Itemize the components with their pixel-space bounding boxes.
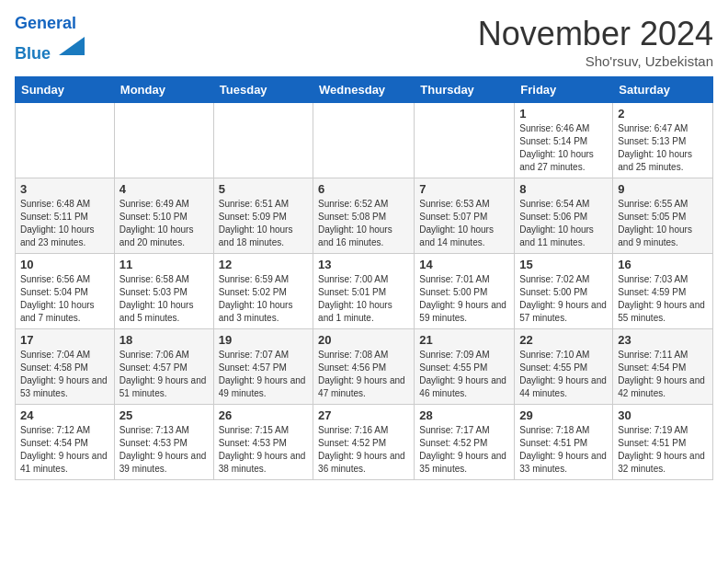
- day-number: 27: [318, 408, 409, 422]
- page-header: General Blue November 2024 Sho'rsuv, Uzb…: [15, 15, 713, 69]
- day-info: Sunrise: 7:00 AM Sunset: 5:01 PM Dayligh…: [318, 273, 409, 325]
- calendar-cell: 23Sunrise: 7:11 AM Sunset: 4:54 PM Dayli…: [613, 329, 713, 405]
- day-number: 29: [519, 408, 608, 422]
- day-number: 10: [20, 258, 109, 271]
- calendar-cell: 26Sunrise: 7:15 AM Sunset: 4:53 PM Dayli…: [213, 405, 313, 480]
- day-number: 13: [318, 258, 409, 271]
- logo-icon: [59, 33, 85, 59]
- calendar-cell: 12Sunrise: 6:59 AM Sunset: 5:02 PM Dayli…: [213, 254, 313, 329]
- col-header-sunday: Sunday: [16, 77, 115, 103]
- calendar-week-0: 1Sunrise: 6:46 AM Sunset: 5:14 PM Daylig…: [16, 103, 713, 178]
- calendar-table: SundayMondayTuesdayWednesdayThursdayFrid…: [15, 76, 713, 480]
- calendar-week-2: 10Sunrise: 6:56 AM Sunset: 5:04 PM Dayli…: [16, 254, 713, 329]
- day-info: Sunrise: 6:49 AM Sunset: 5:10 PM Dayligh…: [119, 198, 209, 249]
- calendar-cell: 6Sunrise: 6:52 AM Sunset: 5:08 PM Daylig…: [313, 178, 415, 254]
- calendar-cell: 7Sunrise: 6:53 AM Sunset: 5:07 PM Daylig…: [415, 178, 515, 254]
- day-info: Sunrise: 7:09 AM Sunset: 4:55 PM Dayligh…: [419, 349, 509, 400]
- day-number: 4: [119, 182, 209, 196]
- day-number: 22: [519, 333, 608, 347]
- calendar-cell: [313, 103, 415, 178]
- day-info: Sunrise: 7:19 AM Sunset: 4:51 PM Dayligh…: [618, 424, 708, 476]
- calendar-cell: 19Sunrise: 7:07 AM Sunset: 4:57 PM Dayli…: [213, 329, 313, 405]
- day-info: Sunrise: 7:02 AM Sunset: 5:00 PM Dayligh…: [519, 273, 608, 325]
- day-number: 8: [519, 182, 608, 196]
- calendar-cell: 11Sunrise: 6:58 AM Sunset: 5:03 PM Dayli…: [114, 254, 213, 329]
- day-number: 2: [618, 107, 708, 121]
- day-info: Sunrise: 6:51 AM Sunset: 5:09 PM Dayligh…: [219, 198, 308, 249]
- day-info: Sunrise: 7:03 AM Sunset: 4:59 PM Dayligh…: [618, 273, 708, 325]
- calendar-cell: 24Sunrise: 7:12 AM Sunset: 4:54 PM Dayli…: [16, 405, 115, 480]
- day-info: Sunrise: 7:13 AM Sunset: 4:53 PM Dayligh…: [119, 424, 209, 476]
- day-info: Sunrise: 7:01 AM Sunset: 5:00 PM Dayligh…: [419, 273, 509, 325]
- calendar-week-1: 3Sunrise: 6:48 AM Sunset: 5:11 PM Daylig…: [16, 178, 713, 254]
- calendar-cell: [213, 103, 313, 178]
- day-info: Sunrise: 7:18 AM Sunset: 4:51 PM Dayligh…: [519, 424, 608, 476]
- day-number: 18: [119, 333, 209, 347]
- calendar-cell: 9Sunrise: 6:55 AM Sunset: 5:05 PM Daylig…: [613, 178, 713, 254]
- day-number: 5: [219, 182, 308, 196]
- calendar-week-4: 24Sunrise: 7:12 AM Sunset: 4:54 PM Dayli…: [16, 405, 713, 480]
- day-info: Sunrise: 7:04 AM Sunset: 4:58 PM Dayligh…: [20, 349, 109, 400]
- day-info: Sunrise: 6:59 AM Sunset: 5:02 PM Dayligh…: [219, 273, 308, 325]
- day-info: Sunrise: 6:55 AM Sunset: 5:05 PM Dayligh…: [618, 198, 708, 249]
- day-number: 24: [20, 408, 109, 422]
- logo-general: General: [15, 14, 76, 32]
- location: Sho'rsuv, Uzbekistan: [478, 53, 713, 69]
- day-number: 15: [519, 258, 608, 271]
- day-info: Sunrise: 7:16 AM Sunset: 4:52 PM Dayligh…: [318, 424, 409, 476]
- day-number: 26: [219, 408, 308, 422]
- day-info: Sunrise: 6:52 AM Sunset: 5:08 PM Dayligh…: [318, 198, 409, 249]
- day-number: 11: [119, 258, 209, 271]
- calendar-cell: 5Sunrise: 6:51 AM Sunset: 5:09 PM Daylig…: [213, 178, 313, 254]
- day-info: Sunrise: 7:17 AM Sunset: 4:52 PM Dayligh…: [419, 424, 509, 476]
- calendar-cell: 3Sunrise: 6:48 AM Sunset: 5:11 PM Daylig…: [16, 178, 115, 254]
- day-number: 12: [219, 258, 308, 271]
- day-info: Sunrise: 6:53 AM Sunset: 5:07 PM Dayligh…: [419, 198, 509, 249]
- calendar-cell: 30Sunrise: 7:19 AM Sunset: 4:51 PM Dayli…: [613, 405, 713, 480]
- day-info: Sunrise: 7:12 AM Sunset: 4:54 PM Dayligh…: [20, 424, 109, 476]
- day-number: 23: [618, 333, 708, 347]
- calendar-cell: [16, 103, 115, 178]
- calendar-cell: 27Sunrise: 7:16 AM Sunset: 4:52 PM Dayli…: [313, 405, 415, 480]
- col-header-saturday: Saturday: [613, 77, 713, 103]
- calendar-cell: 16Sunrise: 7:03 AM Sunset: 4:59 PM Dayli…: [613, 254, 713, 329]
- day-info: Sunrise: 7:10 AM Sunset: 4:55 PM Dayligh…: [519, 349, 608, 400]
- day-info: Sunrise: 7:11 AM Sunset: 4:54 PM Dayligh…: [618, 349, 708, 400]
- day-number: 25: [119, 408, 209, 422]
- day-number: 19: [219, 333, 308, 347]
- day-number: 1: [519, 107, 608, 121]
- day-number: 17: [20, 333, 109, 347]
- calendar-cell: 4Sunrise: 6:49 AM Sunset: 5:10 PM Daylig…: [114, 178, 213, 254]
- day-info: Sunrise: 6:54 AM Sunset: 5:06 PM Dayligh…: [519, 198, 608, 249]
- day-info: Sunrise: 7:08 AM Sunset: 4:56 PM Dayligh…: [318, 349, 409, 400]
- day-number: 30: [618, 408, 708, 422]
- title-block: November 2024 Sho'rsuv, Uzbekistan: [478, 15, 713, 69]
- day-number: 6: [318, 182, 409, 196]
- day-number: 16: [618, 258, 708, 271]
- calendar-body: 1Sunrise: 6:46 AM Sunset: 5:14 PM Daylig…: [16, 103, 713, 480]
- day-info: Sunrise: 7:07 AM Sunset: 4:57 PM Dayligh…: [219, 349, 308, 400]
- day-info: Sunrise: 6:48 AM Sunset: 5:11 PM Dayligh…: [20, 198, 109, 249]
- calendar-cell: 13Sunrise: 7:00 AM Sunset: 5:01 PM Dayli…: [313, 254, 415, 329]
- calendar-cell: 25Sunrise: 7:13 AM Sunset: 4:53 PM Dayli…: [114, 405, 213, 480]
- calendar-cell: 29Sunrise: 7:18 AM Sunset: 4:51 PM Dayli…: [515, 405, 613, 480]
- day-info: Sunrise: 7:06 AM Sunset: 4:57 PM Dayligh…: [119, 349, 209, 400]
- calendar-header-row: SundayMondayTuesdayWednesdayThursdayFrid…: [16, 77, 713, 103]
- logo-blue: Blue: [15, 44, 51, 63]
- calendar-cell: [114, 103, 213, 178]
- calendar-cell: 1Sunrise: 6:46 AM Sunset: 5:14 PM Daylig…: [515, 103, 613, 178]
- day-number: 21: [419, 333, 509, 347]
- calendar-cell: 21Sunrise: 7:09 AM Sunset: 4:55 PM Dayli…: [415, 329, 515, 405]
- calendar-cell: 8Sunrise: 6:54 AM Sunset: 5:06 PM Daylig…: [515, 178, 613, 254]
- calendar-cell: 17Sunrise: 7:04 AM Sunset: 4:58 PM Dayli…: [16, 329, 115, 405]
- calendar-cell: [415, 103, 515, 178]
- day-info: Sunrise: 6:46 AM Sunset: 5:14 PM Dayligh…: [519, 122, 608, 174]
- calendar-cell: 10Sunrise: 6:56 AM Sunset: 5:04 PM Dayli…: [16, 254, 115, 329]
- calendar-cell: 20Sunrise: 7:08 AM Sunset: 4:56 PM Dayli…: [313, 329, 415, 405]
- logo: General Blue: [15, 15, 85, 63]
- col-header-tuesday: Tuesday: [213, 77, 313, 103]
- calendar-cell: 28Sunrise: 7:17 AM Sunset: 4:52 PM Dayli…: [415, 405, 515, 480]
- day-number: 7: [419, 182, 509, 196]
- col-header-monday: Monday: [114, 77, 213, 103]
- calendar-cell: 18Sunrise: 7:06 AM Sunset: 4:57 PM Dayli…: [114, 329, 213, 405]
